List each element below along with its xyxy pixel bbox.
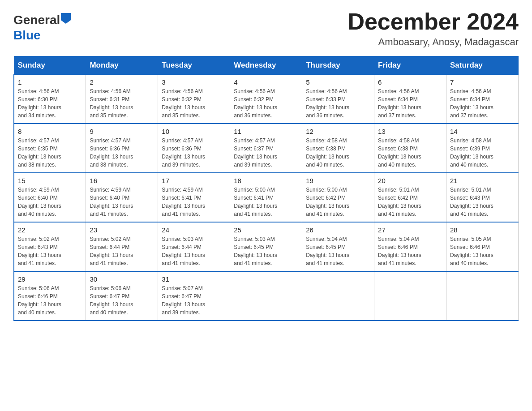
day-number: 22 xyxy=(18,226,82,234)
calendar-day-cell: 23Sunrise: 5:02 AMSunset: 6:44 PMDayligh… xyxy=(86,222,158,271)
weekday-header-monday: Monday xyxy=(86,56,158,75)
logo: General Blue xyxy=(13,9,71,43)
month-title: December 2024 xyxy=(348,9,519,34)
day-info: Sunrise: 4:59 AMSunset: 6:40 PMDaylight:… xyxy=(18,186,82,218)
calendar-table: SundayMondayTuesdayWednesdayThursdayFrid… xyxy=(13,56,519,321)
calendar-day-cell: 16Sunrise: 4:59 AMSunset: 6:40 PMDayligh… xyxy=(86,173,158,222)
weekday-header-sunday: Sunday xyxy=(14,56,86,75)
day-info: Sunrise: 5:05 AMSunset: 6:46 PMDaylight:… xyxy=(450,235,515,267)
day-number: 5 xyxy=(306,78,370,86)
day-number: 7 xyxy=(450,78,515,86)
weekday-header-wednesday: Wednesday xyxy=(230,56,302,75)
weekday-header-friday: Friday xyxy=(374,56,446,75)
calendar-day-cell: 26Sunrise: 5:04 AMSunset: 6:45 PMDayligh… xyxy=(302,222,374,271)
calendar-week-row: 29Sunrise: 5:06 AMSunset: 6:46 PMDayligh… xyxy=(14,271,519,321)
day-info: Sunrise: 5:06 AMSunset: 6:46 PMDaylight:… xyxy=(18,284,82,317)
calendar-day-cell: 21Sunrise: 5:01 AMSunset: 6:43 PMDayligh… xyxy=(446,173,519,222)
day-number: 9 xyxy=(90,128,154,135)
calendar-day-cell: 22Sunrise: 5:02 AMSunset: 6:43 PMDayligh… xyxy=(14,222,86,271)
day-info: Sunrise: 5:02 AMSunset: 6:43 PMDaylight:… xyxy=(18,235,82,267)
calendar-day-cell xyxy=(230,271,302,321)
day-info: Sunrise: 4:56 AMSunset: 6:34 PMDaylight:… xyxy=(450,87,515,120)
day-info: Sunrise: 5:06 AMSunset: 6:47 PMDaylight:… xyxy=(90,284,154,317)
day-number: 8 xyxy=(18,128,82,135)
day-info: Sunrise: 5:00 AMSunset: 6:41 PMDaylight:… xyxy=(234,186,298,218)
weekday-header-row: SundayMondayTuesdayWednesdayThursdayFrid… xyxy=(14,56,519,75)
day-info: Sunrise: 4:59 AMSunset: 6:40 PMDaylight:… xyxy=(90,186,154,218)
day-number: 18 xyxy=(234,177,298,184)
day-number: 21 xyxy=(450,177,515,184)
calendar-day-cell: 12Sunrise: 4:58 AMSunset: 6:38 PMDayligh… xyxy=(302,124,374,173)
day-info: Sunrise: 5:00 AMSunset: 6:42 PMDaylight:… xyxy=(306,186,370,218)
weekday-header-thursday: Thursday xyxy=(302,56,374,75)
day-number: 6 xyxy=(378,78,442,86)
calendar-day-cell: 8Sunrise: 4:57 AMSunset: 6:35 PMDaylight… xyxy=(14,124,86,173)
day-info: Sunrise: 4:57 AMSunset: 6:35 PMDaylight:… xyxy=(18,137,82,169)
day-number: 23 xyxy=(90,226,154,234)
day-info: Sunrise: 4:58 AMSunset: 6:38 PMDaylight:… xyxy=(378,137,442,169)
logo-blue: Blue xyxy=(13,28,71,43)
logo-icon xyxy=(61,13,71,24)
calendar-day-cell: 7Sunrise: 4:56 AMSunset: 6:34 PMDaylight… xyxy=(446,75,519,124)
calendar-day-cell: 9Sunrise: 4:57 AMSunset: 6:36 PMDaylight… xyxy=(86,124,158,173)
calendar-day-cell: 13Sunrise: 4:58 AMSunset: 6:38 PMDayligh… xyxy=(374,124,446,173)
day-number: 30 xyxy=(90,275,154,283)
calendar-day-cell xyxy=(302,271,374,321)
day-info: Sunrise: 4:57 AMSunset: 6:36 PMDaylight:… xyxy=(162,137,226,169)
calendar-day-cell: 27Sunrise: 5:04 AMSunset: 6:46 PMDayligh… xyxy=(374,222,446,271)
day-info: Sunrise: 4:56 AMSunset: 6:30 PMDaylight:… xyxy=(18,87,82,120)
day-number: 3 xyxy=(162,78,226,86)
calendar-week-row: 8Sunrise: 4:57 AMSunset: 6:35 PMDaylight… xyxy=(14,124,519,173)
day-number: 15 xyxy=(18,177,82,184)
calendar-day-cell: 3Sunrise: 4:56 AMSunset: 6:32 PMDaylight… xyxy=(158,75,230,124)
calendar-day-cell xyxy=(446,271,519,321)
day-info: Sunrise: 5:01 AMSunset: 6:42 PMDaylight:… xyxy=(378,186,442,218)
day-info: Sunrise: 5:02 AMSunset: 6:44 PMDaylight:… xyxy=(90,235,154,267)
day-number: 25 xyxy=(234,226,298,234)
day-info: Sunrise: 4:56 AMSunset: 6:33 PMDaylight:… xyxy=(306,87,370,120)
day-info: Sunrise: 5:07 AMSunset: 6:47 PMDaylight:… xyxy=(162,284,226,317)
day-info: Sunrise: 5:04 AMSunset: 6:45 PMDaylight:… xyxy=(306,235,370,267)
day-info: Sunrise: 5:03 AMSunset: 6:45 PMDaylight:… xyxy=(234,235,298,267)
calendar-day-cell: 18Sunrise: 5:00 AMSunset: 6:41 PMDayligh… xyxy=(230,173,302,222)
day-number: 27 xyxy=(378,226,442,234)
day-info: Sunrise: 5:01 AMSunset: 6:43 PMDaylight:… xyxy=(450,186,515,218)
day-number: 26 xyxy=(306,226,370,234)
weekday-header-tuesday: Tuesday xyxy=(158,56,230,75)
calendar-day-cell: 30Sunrise: 5:06 AMSunset: 6:47 PMDayligh… xyxy=(86,271,158,321)
day-info: Sunrise: 4:58 AMSunset: 6:38 PMDaylight:… xyxy=(306,137,370,169)
calendar-day-cell: 1Sunrise: 4:56 AMSunset: 6:30 PMDaylight… xyxy=(14,75,86,124)
day-number: 28 xyxy=(450,226,515,234)
day-info: Sunrise: 4:56 AMSunset: 6:31 PMDaylight:… xyxy=(90,87,154,120)
calendar-day-cell: 4Sunrise: 4:56 AMSunset: 6:32 PMDaylight… xyxy=(230,75,302,124)
day-info: Sunrise: 4:57 AMSunset: 6:36 PMDaylight:… xyxy=(90,137,154,169)
calendar-day-cell: 14Sunrise: 4:58 AMSunset: 6:39 PMDayligh… xyxy=(446,124,519,173)
day-number: 19 xyxy=(306,177,370,184)
calendar-day-cell: 6Sunrise: 4:56 AMSunset: 6:34 PMDaylight… xyxy=(374,75,446,124)
logo-general: General xyxy=(13,13,60,28)
calendar-week-row: 15Sunrise: 4:59 AMSunset: 6:40 PMDayligh… xyxy=(14,173,519,222)
calendar-week-row: 22Sunrise: 5:02 AMSunset: 6:43 PMDayligh… xyxy=(14,222,519,271)
calendar-day-cell xyxy=(374,271,446,321)
calendar-day-cell: 5Sunrise: 4:56 AMSunset: 6:33 PMDaylight… xyxy=(302,75,374,124)
day-info: Sunrise: 4:56 AMSunset: 6:32 PMDaylight:… xyxy=(234,87,298,120)
day-number: 13 xyxy=(378,128,442,135)
page-header: General Blue December 2024 Amboasary, An… xyxy=(13,9,519,48)
day-info: Sunrise: 4:59 AMSunset: 6:41 PMDaylight:… xyxy=(162,186,226,218)
day-info: Sunrise: 5:04 AMSunset: 6:46 PMDaylight:… xyxy=(378,235,442,267)
svg-marker-0 xyxy=(61,13,71,24)
day-number: 17 xyxy=(162,177,226,184)
day-number: 31 xyxy=(162,275,226,283)
day-info: Sunrise: 4:58 AMSunset: 6:39 PMDaylight:… xyxy=(450,137,515,169)
title-area: December 2024 Amboasary, Anosy, Madagasc… xyxy=(348,9,519,48)
day-info: Sunrise: 4:56 AMSunset: 6:34 PMDaylight:… xyxy=(378,87,442,120)
day-number: 14 xyxy=(450,128,515,135)
day-number: 4 xyxy=(234,78,298,86)
calendar-day-cell: 19Sunrise: 5:00 AMSunset: 6:42 PMDayligh… xyxy=(302,173,374,222)
calendar-day-cell: 11Sunrise: 4:57 AMSunset: 6:37 PMDayligh… xyxy=(230,124,302,173)
calendar-day-cell: 24Sunrise: 5:03 AMSunset: 6:44 PMDayligh… xyxy=(158,222,230,271)
day-info: Sunrise: 5:03 AMSunset: 6:44 PMDaylight:… xyxy=(162,235,226,267)
day-number: 1 xyxy=(18,78,82,86)
day-number: 24 xyxy=(162,226,226,234)
day-number: 2 xyxy=(90,78,154,86)
